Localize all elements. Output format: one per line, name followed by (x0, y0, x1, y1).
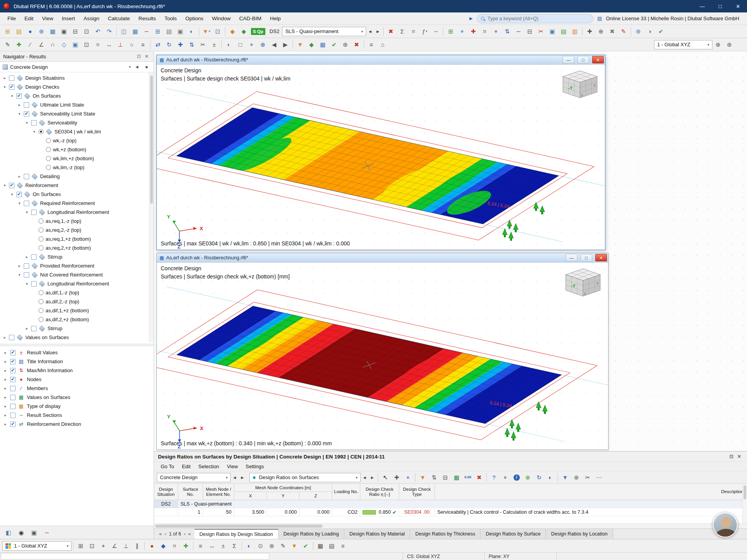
tree-checkbox[interactable] (24, 272, 29, 278)
view-next-icon[interactable]: ▶ (280, 39, 291, 50)
display-option-checkbox[interactable] (10, 377, 16, 382)
confirm-icon[interactable]: ✔ (300, 541, 311, 551)
expander-icon[interactable]: ▸ (2, 335, 7, 340)
filter-icon[interactable]: ▼ (417, 472, 428, 483)
tree-radio[interactable] (39, 290, 44, 295)
result-scene-top[interactable]: 5.24 | 5.24XYZ-Yxz (157, 65, 605, 250)
navigation-cube[interactable]: -Yxz (566, 269, 600, 296)
settings-icon[interactable]: ⊛ (267, 541, 277, 551)
tree-item[interactable]: as,req,1,-z (top) (0, 217, 154, 226)
trim-icon[interactable]: ✂ (198, 39, 208, 50)
col-ratio[interactable]: Design Check Ratio η [--] (360, 484, 399, 500)
cancel-icon[interactable]: ✖ (351, 39, 362, 50)
tree-radio[interactable] (39, 317, 44, 322)
clip-section-icon[interactable]: ✂ (536, 26, 546, 37)
save-icon[interactable]: ▣ (59, 26, 69, 37)
new-table2-icon[interactable]: ⊞ (445, 26, 456, 37)
page-next-button[interactable]: › (184, 531, 185, 537)
tree-radio[interactable] (39, 236, 44, 242)
edit-icon[interactable]: ✎ (278, 541, 288, 551)
screenshot-icon[interactable]: ▣ (175, 26, 186, 37)
table-menu-go-to[interactable]: Go To (157, 464, 178, 469)
table-next-button[interactable]: ▶ (238, 473, 246, 482)
tree-item[interactable]: ▾Longitudinal Reinforcement (0, 279, 154, 288)
print-icon[interactable]: ⊟ (70, 26, 81, 37)
expander-icon[interactable]: ▸ (3, 350, 8, 355)
undo-icon[interactable]: ↶ (93, 26, 103, 37)
menu-window[interactable]: Window (208, 14, 235, 23)
tree-radio[interactable] (46, 165, 51, 170)
menu-file[interactable]: File (3, 14, 20, 23)
search-input[interactable] (487, 16, 589, 21)
plane-lock-icon[interactable]: ± (218, 541, 228, 551)
zoom-icon[interactable]: ⌖ (491, 26, 501, 37)
expander-icon[interactable]: ▾ (2, 183, 7, 187)
display-option-item[interactable]: ▸▦Values on Surfaces (0, 393, 154, 402)
tree-item[interactable]: wk,lim,+z (bottom) (0, 154, 154, 163)
docs-icon[interactable]: ▤ (326, 541, 337, 551)
viewport-top-canvas[interactable]: Concrete Design Surfaces | Surface desig… (157, 65, 605, 250)
delete-results-icon[interactable]: ✖ (607, 26, 617, 37)
sync-view-icon[interactable]: ⌖ (403, 472, 413, 483)
display-option-checkbox[interactable] (10, 350, 16, 355)
support-icon[interactable]: ⊥ (115, 39, 126, 50)
menu-edit[interactable]: Edit (20, 14, 38, 23)
viewport-bottom-canvas[interactable]: Concrete Design Surfaces | Surface desig… (157, 262, 608, 450)
navigation-cube[interactable]: -Yxz (563, 71, 597, 98)
info-icon[interactable]: i (511, 472, 522, 483)
tree-item[interactable]: as,req,2,-z (top) (0, 226, 154, 234)
snap-node-icon[interactable]: ● (147, 541, 157, 551)
export-doc-icon[interactable]: ▤ (558, 26, 569, 37)
expander-icon[interactable]: ▾ (17, 273, 22, 277)
display-option-item[interactable]: ▸▤Title Information (0, 357, 154, 366)
decimal-places-icon[interactable]: 0.00 (463, 472, 473, 483)
page-first-button[interactable]: « (159, 531, 162, 537)
views-icon[interactable]: ◐ (545, 472, 556, 483)
menu-results[interactable]: Results (134, 14, 160, 23)
guides-icon[interactable]: ≡ (195, 541, 206, 551)
check-icon[interactable]: ✔ (329, 39, 339, 50)
fit-view-icon[interactable]: ⊕ (596, 26, 606, 37)
expander-icon[interactable]: ▾ (17, 112, 22, 116)
tree-item[interactable]: ▸Stirrup (0, 252, 154, 261)
visual-frame-icon[interactable]: ⊡ (212, 26, 223, 37)
table-settings-icon[interactable]: ⊛ (571, 472, 582, 483)
panel-close-icon[interactable]: ✕ (735, 454, 743, 459)
tree-item[interactable]: ▾Not Covered Reinforcement (0, 270, 154, 279)
tree-item[interactable]: ▾Serviceability (0, 118, 154, 127)
expander-icon[interactable]: ▾ (25, 210, 29, 214)
insert-arc-icon[interactable]: ∩ (47, 39, 58, 50)
more-icon[interactable]: ⋯ (594, 472, 604, 483)
expander-icon[interactable]: ▾ (17, 201, 22, 205)
table-group-row[interactable]: DS2 SLS - Quasi-permanent (154, 500, 747, 508)
load-combinations-icon[interactable]: ◆ (238, 26, 249, 37)
coordinate-system-combo[interactable]: 1 - Global XYZ▾ (654, 40, 712, 49)
function-icon[interactable]: ƒ▾ (419, 26, 430, 37)
tree-item[interactable]: ▸Detailing (0, 172, 154, 181)
tree-checkbox[interactable] (24, 263, 29, 269)
visibility-icon[interactable]: ◐ (224, 39, 234, 50)
col-x[interactable]: X (234, 492, 267, 500)
menu-calculate[interactable]: Calculate (103, 14, 134, 23)
tree-radio[interactable] (39, 245, 44, 250)
expander-icon[interactable]: ▸ (25, 255, 29, 259)
refresh-icon[interactable]: ↻ (534, 472, 544, 483)
calculation-settings-icon[interactable]: Σ (397, 26, 407, 37)
display-option-item[interactable]: ▸⇅Max/Min Information (0, 366, 154, 375)
expander-icon[interactable]: ▸ (3, 404, 8, 408)
display-option-checkbox[interactable] (10, 422, 16, 427)
open-model-icon[interactable]: ▤ (14, 26, 24, 37)
snap-angle-icon[interactable]: ∠ (109, 541, 120, 551)
viewport-bottom-titlebar[interactable]: ▦ As,erf durch wk - Rissberechnung.rf6* … (157, 253, 608, 262)
move-model-icon[interactable]: ✚ (584, 26, 595, 37)
panels-icon[interactable]: ⊞ (153, 26, 163, 37)
window-close-button[interactable]: ✕ (729, 0, 747, 12)
solid-view-icon[interactable]: ▣ (547, 26, 558, 37)
tables-icon[interactable]: ▦ (315, 541, 326, 551)
tree-item[interactable]: wk,+z (bottom) (0, 145, 154, 154)
display-option-checkbox[interactable] (10, 413, 16, 418)
prev-situation-button[interactable]: ◀ (366, 27, 374, 36)
addon-next-button[interactable]: ▶ (143, 62, 151, 72)
expander-icon[interactable]: ▾ (32, 130, 37, 134)
window-minimize-button[interactable]: — (693, 0, 711, 12)
